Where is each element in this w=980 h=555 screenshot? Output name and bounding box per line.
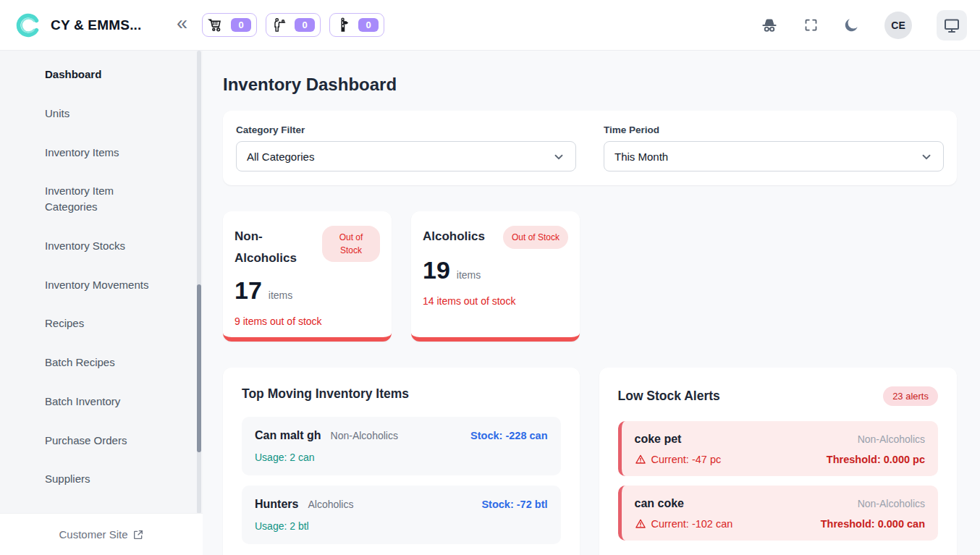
waiter-icon	[271, 17, 288, 33]
sidebar-item[interactable]: Inventory Item Categories	[0, 171, 203, 226]
out-of-stock-badge: Out of Stock	[503, 226, 568, 249]
sidebar-footer: Customer Site	[0, 514, 203, 555]
stat-item-unit: items	[269, 289, 292, 301]
category-filter-label: Category Filter	[236, 124, 576, 135]
category-filter: Category Filter All Categories	[236, 124, 576, 171]
sidebar-item[interactable]: Suppliers	[0, 459, 203, 499]
sidebar-item[interactable]: Batch Recipes	[0, 343, 203, 382]
stat-card-title: Alcoholics	[423, 226, 485, 247]
item-category: Non-Alcoholics	[331, 430, 398, 441]
alert-current-text: Current: -102 can	[651, 518, 733, 530]
incognito-icon[interactable]	[760, 16, 779, 35]
stat-card-title: Non-Alcoholics	[235, 226, 316, 269]
category-stat-cards: Non-Alcoholics Out of Stock 17 items 9 i…	[223, 211, 957, 342]
alert-item-name: can coke	[635, 497, 684, 510]
category-stat-card[interactable]: Non-Alcoholics Out of Stock 17 items 9 i…	[223, 211, 392, 342]
fullscreen-icon[interactable]	[803, 17, 819, 33]
top-header: CY & EMMS... « 0 0 0	[0, 0, 980, 51]
sidebar-item[interactable]: Inventory Movements	[0, 266, 203, 305]
item-name: Hunters	[255, 498, 298, 511]
dark-mode-moon-icon[interactable]	[843, 17, 860, 33]
sidebar-collapse-button[interactable]: «	[177, 14, 187, 33]
top-moving-list: Can malt gh Non-Alcoholics Stock: -228 c…	[242, 417, 561, 544]
sidebar-nav: Dashboard Units Inventory Items Inventor…	[0, 51, 203, 514]
time-period-filter: Time Period This Month	[604, 124, 944, 171]
top-moving-item[interactable]: Hunters Alcoholics Stock: -72 btl Usage:…	[242, 486, 561, 544]
warning-triangle-icon	[635, 518, 646, 530]
alert-item-name: coke pet	[635, 433, 682, 446]
item-category: Alcoholics	[308, 499, 353, 510]
item-stock: Stock: -228 can	[470, 430, 547, 441]
item-stock: Stock: -72 btl	[481, 499, 547, 510]
item-name: Can malt gh	[255, 429, 321, 442]
item-usage: Usage: 2 btl	[255, 520, 548, 532]
delivery-person-icon	[335, 17, 352, 33]
sidebar: Dashboard Units Inventory Items Inventor…	[0, 51, 203, 555]
stat-item-count: 19	[423, 256, 450, 284]
display-settings-button[interactable]	[937, 10, 967, 41]
alert-current: Current: -102 can	[635, 518, 733, 530]
alert-item-category: Non-Alcoholics	[858, 433, 925, 445]
header-counters: 0 0 0	[202, 13, 384, 37]
stat-out-of-stock-text: 9 items out of stock	[235, 315, 380, 327]
out-of-stock-badge: Out of Stock	[322, 226, 380, 262]
sidebar-item[interactable]: Inventory Stocks	[0, 226, 203, 266]
time-period-select[interactable]: This Month	[604, 141, 944, 171]
warning-triangle-icon	[635, 454, 646, 465]
alerts-count-badge: 23 alerts	[883, 386, 938, 406]
stat-item-count: 17	[235, 276, 262, 305]
counter-button[interactable]: 0	[202, 13, 257, 37]
top-moving-item[interactable]: Can malt gh Non-Alcoholics Stock: -228 c…	[242, 417, 561, 475]
time-period-label: Time Period	[604, 124, 944, 135]
category-filter-select[interactable]: All Categories	[236, 141, 576, 171]
sidebar-item[interactable]: Inventory Items	[0, 133, 203, 172]
category-filter-value: All Categories	[247, 151, 314, 163]
low-stock-panel: Low Stock Alerts 23 alerts coke pet Non-…	[599, 368, 958, 555]
user-avatar[interactable]: CE	[884, 12, 912, 39]
customer-site-link[interactable]: Customer Site	[59, 528, 143, 541]
monitor-icon	[943, 17, 960, 34]
counter-badge: 0	[231, 18, 251, 32]
stat-out-of-stock-text: 14 items out of stock	[423, 295, 568, 307]
sidebar-item[interactable]: Batch Inventory	[0, 382, 203, 421]
page-title: Inventory Dashboard	[223, 75, 957, 95]
alert-item-category: Non-Alcoholics	[858, 498, 925, 509]
sidebar-item[interactable]: Purchase Orders	[0, 421, 203, 460]
sidebar-item[interactable]: Reports	[0, 499, 203, 514]
alert-threshold-text: Threshold: 0.000 can	[821, 518, 925, 530]
alert-threshold-text: Threshold: 0.000 pc	[827, 454, 925, 465]
category-stat-card[interactable]: Alcoholics Out of Stock 19 items 14 item…	[411, 211, 580, 342]
counter-button[interactable]: 0	[329, 13, 384, 37]
counter-badge: 0	[295, 18, 315, 32]
external-link-icon	[132, 529, 144, 541]
low-stock-item[interactable]: coke pet Non-Alcoholics	[618, 421, 939, 476]
alert-current-text: Current: -47 pc	[651, 454, 722, 465]
low-stock-list: coke pet Non-Alcoholics	[618, 421, 939, 541]
main-content: Inventory Dashboard Category Filter All …	[203, 51, 980, 555]
brand-title: CY & EMMS...	[51, 17, 142, 33]
chevron-down-icon	[552, 151, 565, 164]
low-stock-item[interactable]: can coke Non-Alcoholics	[618, 486, 939, 541]
stat-item-unit: items	[457, 269, 481, 281]
counter-button[interactable]: 0	[266, 13, 321, 37]
brand[interactable]: CY & EMMS...	[14, 12, 171, 39]
filters-card: Category Filter All Categories Time Peri…	[223, 111, 957, 185]
item-usage: Usage: 2 can	[255, 452, 548, 463]
alert-current: Current: -47 pc	[635, 454, 722, 465]
sidebar-scrollbar-thumb[interactable]	[197, 284, 201, 452]
counter-badge: 0	[358, 18, 379, 32]
top-moving-panel: Top Moving Inventory Items Can malt gh N…	[223, 368, 580, 555]
chevron-down-icon	[920, 151, 933, 164]
low-stock-title: Low Stock Alerts	[618, 389, 720, 404]
sidebar-item[interactable]: Dashboard	[0, 55, 203, 94]
sidebar-item[interactable]: Units	[0, 94, 203, 133]
sidebar-item[interactable]: Recipes	[0, 304, 203, 343]
top-moving-title: Top Moving Inventory Items	[242, 386, 409, 402]
cart-check-icon	[208, 17, 224, 33]
brand-logo-icon	[14, 12, 42, 39]
time-period-value: This Month	[614, 151, 668, 163]
